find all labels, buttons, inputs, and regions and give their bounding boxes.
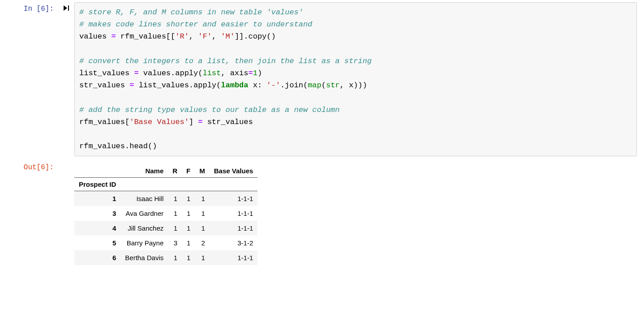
cell-m: 1 bbox=[195, 206, 210, 221]
col-m: M bbox=[195, 164, 210, 178]
cell-r: 1 bbox=[168, 191, 182, 206]
cell-name: Jill Sanchez bbox=[120, 221, 168, 236]
output-prompt: Out[6]: bbox=[0, 161, 58, 172]
cell-bv: 1-1-1 bbox=[210, 191, 258, 206]
cell-m: 2 bbox=[195, 236, 210, 250]
cell-name: Bertha Davis bbox=[120, 250, 168, 265]
svg-rect-0 bbox=[68, 5, 69, 11]
cell-r: 1 bbox=[168, 250, 182, 265]
cell-f: 1 bbox=[182, 221, 195, 236]
table-row: 5 Barry Payne 3 1 2 3-1-2 bbox=[74, 236, 258, 250]
cell-name: Ava Gardner bbox=[120, 206, 168, 221]
cell-bv: 3-1-2 bbox=[210, 236, 258, 250]
table-row: 4 Jill Sanchez 1 1 1 1-1-1 bbox=[74, 221, 258, 236]
cell-r: 1 bbox=[168, 221, 182, 236]
cell-f: 1 bbox=[182, 206, 195, 221]
cell-bv: 1-1-1 bbox=[210, 206, 258, 221]
cell-m: 1 bbox=[195, 191, 210, 206]
row-index: 6 bbox=[74, 250, 120, 265]
cell-r: 1 bbox=[168, 206, 182, 221]
cell-m: 1 bbox=[195, 250, 210, 265]
dataframe-table: Name R F M Base Values Prospect ID bbox=[74, 164, 258, 265]
cell-f: 1 bbox=[182, 236, 195, 250]
col-f: F bbox=[182, 164, 195, 178]
table-row: 6 Bertha Davis 1 1 1 1-1-1 bbox=[74, 250, 258, 265]
cell-name: Barry Payne bbox=[120, 236, 168, 250]
row-index: 4 bbox=[74, 221, 120, 236]
column-header-row: Name R F M Base Values bbox=[74, 164, 258, 178]
run-icon bbox=[63, 5, 69, 13]
row-index: 5 bbox=[74, 236, 120, 250]
code-block: # store R, F, and M columns in new table… bbox=[79, 6, 632, 152]
table-row: 1 Isaac Hill 1 1 1 1-1-1 bbox=[74, 191, 258, 206]
blank-header bbox=[74, 164, 120, 178]
cell-r: 3 bbox=[168, 236, 182, 250]
index-name: Prospect ID bbox=[74, 178, 120, 191]
cell-m: 1 bbox=[195, 221, 210, 236]
cell-f: 1 bbox=[182, 250, 195, 265]
col-r: R bbox=[168, 164, 182, 178]
cell-name: Isaac Hill bbox=[120, 191, 168, 206]
input-cell: In [6]: # store R, F, and M columns in n… bbox=[0, 0, 644, 159]
cell-f: 1 bbox=[182, 191, 195, 206]
col-bv: Base Values bbox=[210, 164, 258, 178]
cell-bv: 1-1-1 bbox=[210, 250, 258, 265]
col-name: Name bbox=[120, 164, 168, 178]
input-prompt: In [6]: bbox=[0, 2, 58, 13]
row-index: 1 bbox=[74, 191, 120, 206]
run-cell-button[interactable] bbox=[58, 2, 74, 13]
output-cell: Out[6]: Name R F M Base Values Prospect … bbox=[0, 159, 644, 267]
table-row: 3 Ava Gardner 1 1 1 1-1-1 bbox=[74, 206, 258, 221]
output-area: Name R F M Base Values Prospect ID bbox=[58, 161, 644, 265]
index-header-row: Prospect ID bbox=[74, 178, 258, 191]
row-index: 3 bbox=[74, 206, 120, 221]
code-input-area[interactable]: # store R, F, and M columns in new table… bbox=[74, 2, 637, 156]
cell-bv: 1-1-1 bbox=[210, 221, 258, 236]
